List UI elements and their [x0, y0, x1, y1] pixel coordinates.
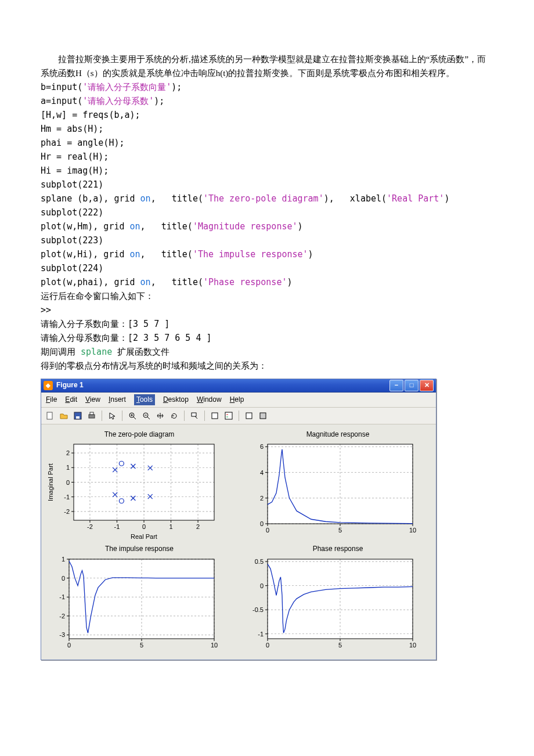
svg-text:4: 4: [260, 469, 264, 476]
save-icon[interactable]: [71, 409, 84, 422]
zoom-out-icon[interactable]: [140, 409, 153, 422]
svg-rect-2: [76, 416, 80, 419]
svg-text:1: 1: [169, 523, 172, 530]
menu-tools[interactable]: Tools: [134, 394, 155, 405]
svg-text:6: 6: [260, 444, 264, 451]
svg-rect-4: [90, 412, 93, 415]
subplot-222: Magnitude response 05100246: [244, 429, 431, 540]
svg-text:-1: -1: [258, 630, 264, 637]
subplot-224: Phase response 0510-1-0.500.5: [244, 543, 431, 654]
svg-text:-3: -3: [59, 631, 65, 638]
axes-icon[interactable]: [243, 409, 255, 422]
svg-text:Imaginal Part: Imaginal Part: [47, 463, 54, 501]
intro-paragraph: 拉普拉斯变换主要用于系统的分析,描述系统的另一种数学模型就是建立在拉普拉斯变换基…: [41, 52, 493, 80]
svg-rect-14: [212, 413, 218, 419]
run-output: 运行后在命令窗口输入如下： >> 请输入分子系数向量：[3 5 7 ] 请输入分…: [41, 289, 493, 373]
svg-text:0: 0: [62, 574, 65, 581]
menu-view[interactable]: View: [85, 394, 100, 405]
maximize-button[interactable]: □: [405, 380, 418, 391]
svg-rect-18: [246, 413, 252, 419]
new-icon[interactable]: [44, 409, 56, 422]
matlab-logo-icon: ◆: [44, 381, 53, 390]
svg-text:0: 0: [66, 479, 70, 486]
svg-line-13: [195, 416, 197, 419]
svg-text:0: 0: [266, 642, 269, 649]
menu-file[interactable]: File: [46, 394, 57, 405]
svg-text:-1: -1: [114, 523, 120, 530]
menu-help[interactable]: Help: [230, 394, 244, 405]
svg-text:-2: -2: [87, 523, 93, 530]
svg-text:2: 2: [66, 449, 70, 456]
minimize-button[interactable]: −: [389, 380, 403, 391]
svg-rect-0: [47, 412, 52, 419]
grid-icon[interactable]: [257, 409, 269, 422]
pointer-icon[interactable]: [106, 409, 118, 422]
window-titlebar[interactable]: ◆ Figure 1 − □ ✕: [41, 379, 436, 393]
svg-line-10: [147, 417, 150, 419]
matlab-code: b=input('请输入分子系数向量'); a=input('请输入分母系数')…: [41, 80, 493, 289]
rotate-icon[interactable]: [168, 409, 181, 422]
subplot-223: The impulse response 0510-3-2-101: [46, 543, 233, 654]
menu-insert[interactable]: Insert: [109, 394, 126, 405]
svg-text:10: 10: [409, 527, 416, 534]
svg-text:0: 0: [266, 527, 269, 534]
svg-text:-1: -1: [59, 593, 65, 600]
svg-text:10: 10: [409, 642, 416, 649]
matlab-figure-window: ◆ Figure 1 − □ ✕ File Edit View Insert T…: [41, 379, 436, 660]
svg-text:2: 2: [260, 495, 264, 502]
svg-text:5: 5: [338, 527, 342, 534]
toolbar: [41, 408, 436, 424]
data-cursor-icon[interactable]: [188, 409, 201, 422]
svg-text:Real Part: Real Part: [131, 533, 157, 540]
svg-text:1: 1: [62, 556, 65, 563]
svg-rect-19: [260, 413, 266, 419]
print-icon[interactable]: [85, 409, 98, 422]
svg-text:-0.5: -0.5: [252, 606, 264, 613]
pan-icon[interactable]: [154, 409, 167, 422]
svg-text:0: 0: [142, 523, 146, 530]
svg-text:5: 5: [140, 642, 143, 649]
svg-text:-2: -2: [64, 508, 70, 515]
svg-text:0: 0: [260, 582, 264, 589]
menu-edit[interactable]: Edit: [65, 394, 77, 405]
svg-text:0: 0: [67, 642, 71, 649]
menu-window[interactable]: Window: [197, 394, 222, 405]
svg-text:1: 1: [66, 465, 70, 471]
zoom-in-icon[interactable]: [126, 409, 139, 422]
svg-text:2: 2: [196, 523, 200, 530]
menu-desktop[interactable]: Desktop: [163, 394, 189, 405]
colorbar-icon[interactable]: [208, 409, 221, 422]
window-title: Figure 1: [56, 380, 84, 391]
svg-line-6: [134, 417, 136, 419]
close-button[interactable]: ✕: [420, 380, 434, 391]
svg-text:-2: -2: [59, 612, 65, 619]
svg-text:10: 10: [211, 642, 218, 649]
svg-rect-3: [89, 415, 95, 418]
legend-icon[interactable]: [222, 409, 235, 422]
svg-text:0: 0: [260, 520, 264, 527]
svg-text:5: 5: [338, 642, 342, 649]
subplot-221: The zero-pole diagram -2-1012-2-1012Real…: [46, 429, 233, 540]
svg-rect-12: [192, 413, 196, 416]
svg-text:0.5: 0.5: [255, 558, 264, 565]
menubar[interactable]: File Edit View Insert Tools Desktop Wind…: [41, 393, 436, 408]
open-icon[interactable]: [57, 409, 70, 422]
svg-rect-15: [225, 412, 232, 419]
svg-text:-1: -1: [64, 494, 70, 501]
